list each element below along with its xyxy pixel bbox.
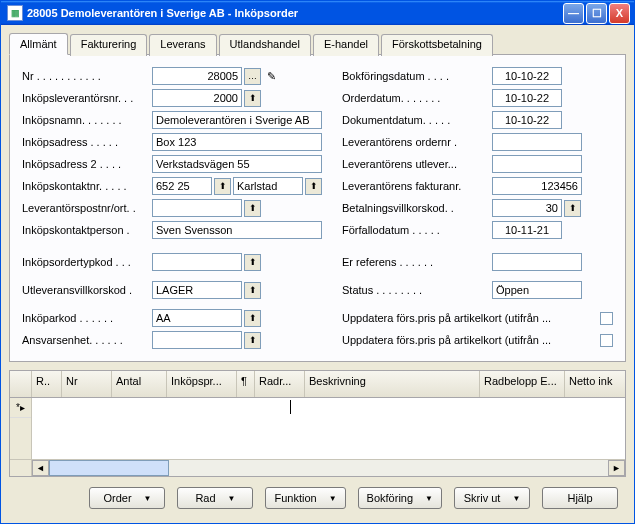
close-button[interactable]: X (609, 3, 630, 24)
hjalp-button[interactable]: Hjälp (542, 487, 618, 509)
bokforingsdatum-label: Bokföringsdatum . . . . (342, 70, 492, 82)
skrivut-button[interactable]: Skriv ut (454, 487, 530, 509)
inkopsadress2-label: Inköpsadress 2 . . . . (22, 158, 152, 170)
utleveransvillkorskod-input[interactable] (152, 281, 242, 299)
leverantorens-utlever-input[interactable] (492, 155, 582, 173)
scroll-thumb[interactable] (49, 460, 169, 476)
footer-buttons: Order Rad Funktion Bokföring Skriv ut Hj… (9, 477, 626, 515)
inkopsordertypkod-input[interactable] (152, 253, 242, 271)
nr-lookup-button[interactable] (244, 68, 261, 85)
horizontal-scrollbar[interactable]: ◄ ► (10, 459, 625, 476)
dokumentdatum-input[interactable] (492, 111, 562, 129)
tab-fakturering[interactable]: Fakturering (70, 34, 148, 56)
utleveransvillkorskod-label: Utleveransvillkorskod . (22, 284, 152, 296)
tab-allmant[interactable]: Allmänt (9, 33, 68, 55)
grid-rowselect-header[interactable] (10, 371, 32, 397)
inkopsleverantorsnr-label: Inköpsleverantörsnr. . . (22, 92, 152, 104)
grid-header-inkopspr[interactable]: Inköpspr... (167, 371, 237, 397)
grid-header: R.. Nr Antal Inköpspr... ¶ Radr... Beskr… (10, 371, 625, 398)
leverantorens-fakturanr-label: Leverantörens fakturanr. (342, 180, 492, 192)
funktion-button[interactable]: Funktion (265, 487, 345, 509)
maximize-button[interactable]: ☐ (586, 3, 607, 24)
tab-ehandel[interactable]: E-handel (313, 34, 379, 56)
leverantorens-utlever-label: Leverantörens utlever... (342, 158, 492, 170)
inkoparkod-label: Inköparkod . . . . . . (22, 312, 152, 324)
orderdatum-label: Orderdatum. . . . . . . (342, 92, 492, 104)
tab-leverans[interactable]: Leverans (149, 34, 216, 56)
inkopskontaktnr-lookup-button[interactable]: ⬆ (214, 178, 231, 195)
betalningsvillkorskod-input[interactable] (492, 199, 562, 217)
tab-utlandshandel[interactable]: Utlandshandel (219, 34, 311, 56)
inkopsordertypkod-lookup-button[interactable]: ⬆ (244, 254, 261, 271)
inkopsordertypkod-label: Inköpsordertypkod . . . (22, 256, 152, 268)
row-marker[interactable]: *▸ (10, 398, 31, 418)
leverantorspostnrort-input[interactable] (152, 199, 242, 217)
grid-header-nr[interactable]: Nr (62, 371, 112, 397)
grid-header-antal[interactable]: Antal (112, 371, 167, 397)
grid-header-r[interactable]: R.. (32, 371, 62, 397)
grid-cells[interactable] (32, 398, 625, 459)
ansvarsenhet-input[interactable] (152, 331, 242, 349)
leverantorens-ordernr-label: Leverantörens ordernr . (342, 136, 492, 148)
bokforing-button[interactable]: Bokföring (358, 487, 442, 509)
betalningsvillkorskod-lookup-button[interactable]: ⬆ (564, 200, 581, 217)
inkopskontaktperson-label: Inköpskontaktperson . (22, 224, 152, 236)
city-lookup-button[interactable]: ⬆ (305, 178, 322, 195)
scroll-left-button[interactable]: ◄ (32, 460, 49, 476)
upd1-label: Uppdatera förs.pris på artikelkort (utif… (342, 312, 596, 324)
inkopsadress-input[interactable] (152, 133, 322, 151)
left-column: Nr . . . . . . . . . . . ✎ Inköpsleveran… (22, 65, 322, 351)
utleveransvillkorskod-lookup-button[interactable]: ⬆ (244, 282, 261, 299)
order-button[interactable]: Order (89, 487, 165, 509)
rad-button[interactable]: Rad (177, 487, 253, 509)
pencil-icon[interactable]: ✎ (263, 68, 280, 85)
inkoparkod-lookup-button[interactable]: ⬆ (244, 310, 261, 327)
ansvarsenhet-lookup-button[interactable]: ⬆ (244, 332, 261, 349)
grid-header-netto[interactable]: Netto ink (565, 371, 625, 397)
leverantorens-fakturanr-input[interactable] (492, 177, 582, 195)
scroll-right-button[interactable]: ► (608, 460, 625, 476)
inkopsadress-label: Inköpsadress . . . . . (22, 136, 152, 148)
bokforingsdatum-input[interactable] (492, 67, 562, 85)
window: ▦ 28005 Demoleverantören i Sverige AB - … (0, 0, 635, 524)
inkopskontaktperson-input[interactable] (152, 221, 322, 239)
row-selector-column: *▸ (10, 398, 32, 459)
ansvarsenhet-label: Ansvarsenhet. . . . . . (22, 334, 152, 346)
inkopskontaktnr-input[interactable] (152, 177, 212, 195)
grid-header-radbelopp[interactable]: Radbelopp E... (480, 371, 565, 397)
nr-input[interactable] (152, 67, 242, 85)
right-column: Bokföringsdatum . . . . Orderdatum. . . … (342, 65, 613, 351)
inkopsleverantorsnr-input[interactable] (152, 89, 242, 107)
upd1-checkbox[interactable] (600, 312, 613, 325)
er-referens-label: Er referens . . . . . . (342, 256, 492, 268)
orderdatum-input[interactable] (492, 89, 562, 107)
inkoparkod-input[interactable] (152, 309, 242, 327)
minimize-button[interactable]: — (563, 3, 584, 24)
forfallodatum-input[interactable] (492, 221, 562, 239)
inkopsleverantorsnr-lookup-button[interactable]: ⬆ (244, 90, 261, 107)
inkopsadress2-input[interactable] (152, 155, 322, 173)
grid-header-beskrivning[interactable]: Beskrivning (305, 371, 480, 397)
titlebar: ▦ 28005 Demoleverantören i Sverige AB - … (1, 1, 634, 25)
inkopsnamn-label: Inköpsnamn. . . . . . . (22, 114, 152, 126)
upd2-checkbox[interactable] (600, 334, 613, 347)
inkopsnamn-input[interactable] (152, 111, 322, 129)
grid-header-pilcrow[interactable]: ¶ (237, 371, 255, 397)
tabpage-allmant: Nr . . . . . . . . . . . ✎ Inköpsleveran… (9, 54, 626, 362)
er-referens-input[interactable] (492, 253, 582, 271)
leverantorens-ordernr-input[interactable] (492, 133, 582, 151)
window-buttons: — ☐ X (563, 3, 634, 24)
lines-grid[interactable]: R.. Nr Antal Inköpspr... ¶ Radr... Beskr… (9, 370, 626, 477)
window-title: 28005 Demoleverantören i Sverige AB - In… (27, 7, 563, 19)
status-label: Status . . . . . . . . (342, 284, 492, 296)
forfallodatum-label: Förfallodatum . . . . . (342, 224, 492, 236)
leverantorspostnrort-label: Leverantörspostnr/ort. . (22, 202, 152, 214)
grid-header-radr[interactable]: Radr... (255, 371, 305, 397)
tab-forskottsbetalning[interactable]: Förskottsbetalning (381, 34, 493, 56)
status-input[interactable] (492, 281, 582, 299)
grid-cursor (290, 400, 291, 414)
inkopskontaktnr-city-input[interactable] (233, 177, 303, 195)
app-icon: ▦ (7, 5, 23, 21)
leverantorspostnrort-lookup-button[interactable]: ⬆ (244, 200, 261, 217)
client-area: Allmänt Fakturering Leverans Utlandshand… (1, 25, 634, 523)
